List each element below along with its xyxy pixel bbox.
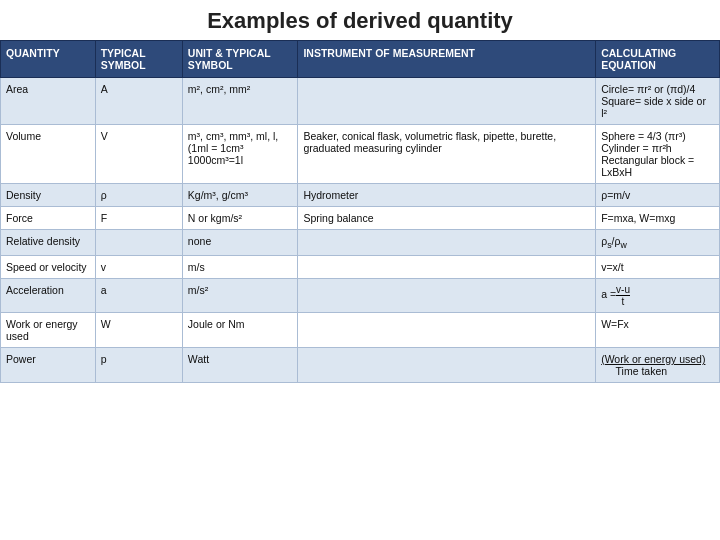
- derived-quantity-table: QUANTITY TYPICAL SYMBOL UNIT & TYPICAL S…: [0, 40, 720, 383]
- table-cell: Force: [1, 207, 96, 230]
- table-cell: F=mxa, W=mxg: [596, 207, 720, 230]
- table-row: ForceFN or kgm/s²Spring balanceF=mxa, W=…: [1, 207, 720, 230]
- table-cell: Hydrometer: [298, 184, 596, 207]
- header-unit-typical-symbol: UNIT & TYPICAL SYMBOL: [182, 41, 298, 78]
- table-cell: Watt: [182, 348, 298, 383]
- table-cell: ρ=m/v: [596, 184, 720, 207]
- table-cell: Sphere = 4/3 (πr³)Cylinder = πr²hRectang…: [596, 125, 720, 184]
- table-cell: ρs/ρw: [596, 230, 720, 256]
- table-row: Speed or velocityvm/sv=x/t: [1, 256, 720, 279]
- table-row: Accelerationam/s²a =v-ut: [1, 279, 720, 313]
- table-cell: v=x/t: [596, 256, 720, 279]
- table-cell: a: [95, 279, 182, 313]
- table-row: AreaAm², cm², mm²Circle= πr² or (πd)/4Sq…: [1, 78, 720, 125]
- table-cell: m², cm², mm²: [182, 78, 298, 125]
- table-cell: [298, 348, 596, 383]
- table-cell: [95, 230, 182, 256]
- header-quantity: QUANTITY: [1, 41, 96, 78]
- table-cell: ρ: [95, 184, 182, 207]
- table-cell: Joule or Nm: [182, 313, 298, 348]
- table-row: Work or energy usedWJoule or NmW=Fx: [1, 313, 720, 348]
- table-cell: Acceleration: [1, 279, 96, 313]
- table-cell: p: [95, 348, 182, 383]
- table-cell: A: [95, 78, 182, 125]
- table-cell: [298, 279, 596, 313]
- table-cell: Volume: [1, 125, 96, 184]
- table-cell: m/s: [182, 256, 298, 279]
- table-cell: Area: [1, 78, 96, 125]
- table-cell: F: [95, 207, 182, 230]
- table-cell: W=Fx: [596, 313, 720, 348]
- table-cell: (Work or energy used) Time taken: [596, 348, 720, 383]
- table-row: PowerpWatt(Work or energy used) Time tak…: [1, 348, 720, 383]
- table-cell: Kg/m³, g/cm³: [182, 184, 298, 207]
- table-cell: W: [95, 313, 182, 348]
- table-cell: V: [95, 125, 182, 184]
- table-cell: Density: [1, 184, 96, 207]
- table-row: Relative densitynoneρs/ρw: [1, 230, 720, 256]
- table-cell: [298, 78, 596, 125]
- header-instrument: INSTRUMENT OF MEASUREMENT: [298, 41, 596, 78]
- table-cell: m/s²: [182, 279, 298, 313]
- table-cell: none: [182, 230, 298, 256]
- table-cell: m³, cm³, mm³, ml, l,(1ml = 1cm³1000cm³=1…: [182, 125, 298, 184]
- table-cell: [298, 313, 596, 348]
- table-row: DensityρKg/m³, g/cm³Hydrometerρ=m/v: [1, 184, 720, 207]
- table-cell: [298, 230, 596, 256]
- table-cell: Power: [1, 348, 96, 383]
- header-calculating: CALCULATING EQUATION: [596, 41, 720, 78]
- table-cell: Speed or velocity: [1, 256, 96, 279]
- table-row: VolumeVm³, cm³, mm³, ml, l,(1ml = 1cm³10…: [1, 125, 720, 184]
- table-cell: a =v-ut: [596, 279, 720, 313]
- table-cell: Work or energy used: [1, 313, 96, 348]
- table-cell: [298, 256, 596, 279]
- page-title: Examples of derived quantity: [0, 0, 720, 40]
- table-cell: Circle= πr² or (πd)/4Square= side x side…: [596, 78, 720, 125]
- table-cell: Relative density: [1, 230, 96, 256]
- table-cell: v: [95, 256, 182, 279]
- table-cell: Spring balance: [298, 207, 596, 230]
- table-cell: N or kgm/s²: [182, 207, 298, 230]
- header-typical-symbol: TYPICAL SYMBOL: [95, 41, 182, 78]
- table-cell: Beaker, conical flask, volumetric flask,…: [298, 125, 596, 184]
